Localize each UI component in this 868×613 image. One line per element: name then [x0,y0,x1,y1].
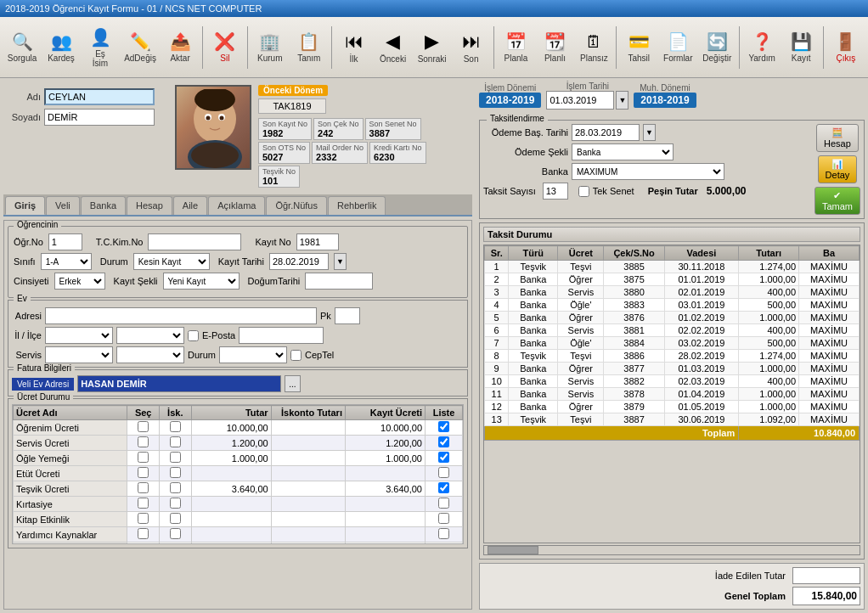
ucret-isk-cell[interactable] [159,466,191,481]
il-select[interactable] [45,327,113,344]
veli-ev-adresi-input[interactable] [77,375,281,392]
taksit-row[interactable]: 3 Banka Servis 3880 02.01.2019 400,00 MA… [485,286,860,299]
hesap-button[interactable]: 🧮 Hesap [816,124,859,152]
genel-toplam-input[interactable] [792,587,860,605]
tc-kim-input[interactable] [148,233,241,250]
islem-tarihi-input[interactable] [546,91,614,110]
tanim-button[interactable]: 📋 Tanım [290,20,328,75]
taksit-table-wrap[interactable]: Sr. Türü Ücret Çek/S.No Vadesi Tutarı Ba… [483,245,860,543]
ucret-sec-cell[interactable] [127,436,160,451]
tab-banka[interactable]: Banka [81,196,126,215]
ucret-row[interactable]: Yardımcı Kaynaklar [14,527,463,543]
ucret-isk-cell[interactable] [159,436,191,451]
ucret-isk-cell[interactable] [159,497,191,512]
tab-giris[interactable]: Giriş [5,196,45,215]
sec-checkbox[interactable] [138,543,149,544]
ucret-row[interactable]: Kitap Etkinlik [14,512,463,527]
taksit-row[interactable]: 12 Banka Öğrer 3879 01.05.2019 1.000,00 … [485,401,860,413]
ucret-row[interactable]: Etüt Ücreti [14,466,463,481]
ucret-liste-cell[interactable] [426,512,463,527]
isk-checkbox[interactable] [170,467,181,478]
taksit-row[interactable]: 1 Teşvik Teşvi 3885 30.11.2018 1.274,00 … [485,261,860,273]
onceki-button[interactable]: ◀ Önceki [375,20,412,75]
durum2-select[interactable] [219,346,287,363]
tab-veli[interactable]: Veli [46,196,80,215]
ucret-sec-cell[interactable] [127,481,160,497]
ucret-row[interactable]: Öğle Yemeği 1.000,00 1.000,00 [14,451,463,466]
sec-checkbox[interactable] [138,467,149,478]
sec-checkbox[interactable] [138,498,149,509]
ceptel-checkbox[interactable] [290,350,302,361]
ogr-no-input[interactable] [48,233,82,250]
islem-tarihi-dropdown-btn[interactable]: ▼ [616,91,628,110]
isk-checkbox[interactable] [170,528,181,539]
taksit-row[interactable]: 8 Teşvik Teşvi 3886 28.02.2019 1.274,00 … [485,350,860,363]
liste-checkbox[interactable] [438,482,449,493]
tab-ogr-nufus[interactable]: Öğr.Nüfus [266,196,327,215]
sinif-select[interactable]: 1-A [41,253,92,270]
sil-button[interactable]: ❌ Sil [206,20,244,75]
fatura-more-button[interactable]: ... [285,375,300,392]
odeme-bas-tarihi-dropdown[interactable]: ▼ [643,124,656,141]
liste-checkbox[interactable] [438,513,449,524]
planli-button[interactable]: 📆 Planlı [536,20,573,75]
ucret-sec-cell[interactable] [127,497,160,512]
servis-select2[interactable] [116,346,184,363]
kayit-button[interactable]: 💾 Kayıt [782,20,820,75]
kayit-no-input[interactable] [296,233,339,250]
sorgula-button[interactable]: 🔍 Sorgula [3,20,41,75]
aktar-button[interactable]: 📤 Aktar [161,20,199,75]
ucret-isk-cell[interactable] [159,512,191,527]
ucret-liste-cell[interactable] [426,527,463,543]
kardes-button[interactable]: 👥 Kardeş [42,20,80,75]
ucret-isk-cell[interactable] [159,451,191,466]
ucret-liste-cell[interactable] [426,451,463,466]
sec-checkbox[interactable] [138,528,149,539]
taksit-row[interactable]: 2 Banka Öğrer 3875 01.01.2019 1.000,00 M… [485,273,860,286]
taksit-sayisi-input[interactable] [543,183,568,200]
plansiz-button[interactable]: 🗓 Plansız [575,20,612,75]
kurum-button[interactable]: 🏢 Kurum [251,20,289,75]
ucret-liste-cell[interactable] [426,436,463,451]
h-scrollbar[interactable] [483,545,860,555]
durum-select[interactable]: Kesin Kayıt [133,253,210,270]
ucret-sec-cell[interactable] [127,527,160,543]
sec-checkbox[interactable] [138,452,149,463]
tamam-button[interactable]: ✔ Tamam [814,187,860,215]
ucret-row[interactable]: Öğrenim Ücreti 10.000,00 10.000,00 [14,420,463,436]
sonraki-button[interactable]: ▶ Sonraki [414,20,451,75]
kayit-sekli-select[interactable]: Yeni Kayıt [163,273,240,290]
isk-checkbox[interactable] [170,513,181,524]
ucret-isk-cell[interactable] [159,481,191,497]
sec-checkbox[interactable] [138,513,149,524]
es-isim-button[interactable]: 👤 Eş İsim [82,20,119,75]
sec-checkbox[interactable] [138,436,149,447]
ucret-liste-cell[interactable] [426,481,463,497]
adres-input[interactable] [45,307,317,324]
ucret-sec-cell[interactable] [127,466,160,481]
cikis-button[interactable]: 🚪 Çıkış [827,20,865,75]
kayit-tarihi-input[interactable] [269,253,329,270]
tek-senet-checkbox[interactable] [578,186,589,197]
sec-checkbox[interactable] [138,421,149,432]
degistir-button[interactable]: 🔄 Değiştir [698,20,736,75]
ucret-sec-cell[interactable] [127,543,160,545]
ucret-row[interactable]: Kırtasiye [14,497,463,512]
ucret-liste-cell[interactable] [426,543,463,545]
liste-checkbox[interactable] [438,467,449,478]
taksit-row[interactable]: 9 Banka Öğrer 3877 01.03.2019 1.000,00 M… [485,363,860,375]
liste-checkbox[interactable] [438,528,449,539]
ucret-row[interactable]: Servis Ücreti 1.200,00 1.200,00 [14,436,463,451]
ilce-select[interactable] [116,327,184,344]
tahsil-button[interactable]: 💳 Tahsil [620,20,657,75]
ucret-row[interactable]: Kıyafet Ücreti [14,543,463,545]
liste-checkbox[interactable] [438,498,449,509]
ucret-isk-cell[interactable] [159,543,191,545]
taksit-row[interactable]: 10 Banka Servis 3882 02.03.2019 400,00 M… [485,375,860,388]
ucret-liste-cell[interactable] [426,497,463,512]
dogum-tarihi-input[interactable] [305,273,373,290]
ucret-liste-cell[interactable] [426,466,463,481]
son-button[interactable]: ⏭ Son [453,20,490,75]
taksit-row[interactable]: 11 Banka Servis 3878 01.04.2019 1.000,00… [485,388,860,401]
odeme-bas-tarihi-input[interactable] [572,124,640,141]
